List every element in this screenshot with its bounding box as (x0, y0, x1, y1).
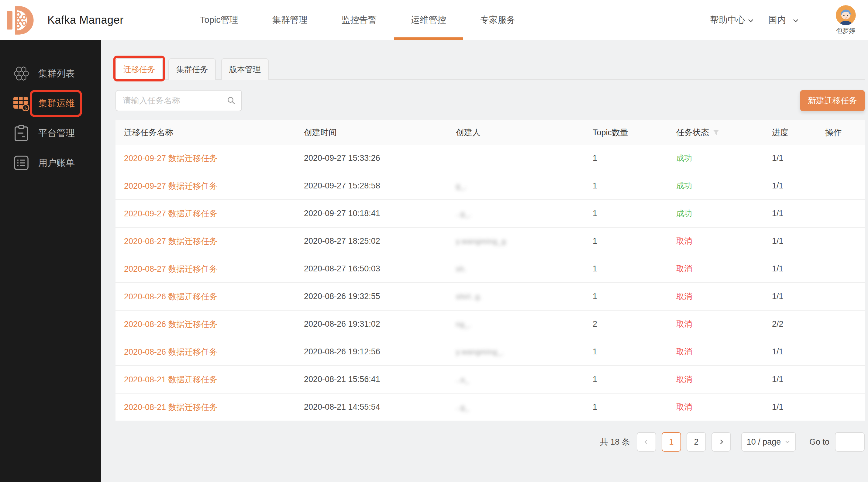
creator-redacted: y.wangming_. (456, 348, 504, 356)
creator-redacted: ..a_ (456, 375, 469, 384)
tab-migration-tasks[interactable]: 迁移任务 (116, 58, 163, 80)
status-badge: 成功 (676, 209, 692, 218)
main-content: 迁移任务 集群任务 版本管理 新建迁移任务 迁移任务名称 创建时间 创建人 To… (101, 40, 868, 482)
topic-count: 2 (593, 319, 676, 329)
svg-text:$: $ (24, 105, 27, 110)
created-time: 2020-08-26 19:31:02 (304, 319, 456, 329)
table-body: 2020-09-27 数据迁移任务 2020-09-27 15:33:26 1 … (116, 144, 865, 421)
created-time: 2020-09-27 15:28:58 (304, 181, 456, 191)
chevron-down-icon (747, 17, 754, 24)
progress-value: 1/1 (772, 403, 825, 412)
created-time: 2020-09-27 15:33:26 (304, 154, 456, 163)
progress-value: 1/1 (772, 154, 825, 163)
task-name-link[interactable]: 2020-08-21 数据迁移任务 (124, 375, 218, 384)
status-badge: 取消 (676, 403, 692, 412)
user-block[interactable]: 包梦婷 (836, 5, 856, 35)
chevron-down-icon (784, 439, 790, 445)
col-header-creator: 创建人 (456, 127, 593, 138)
help-center-dropdown[interactable]: 帮助中心 (710, 14, 754, 26)
task-name-link[interactable]: 2020-08-21 数据迁移任务 (124, 403, 218, 412)
nav-monitoring-alerts[interactable]: 监控告警 (324, 0, 394, 40)
col-header-progress: 进度 (772, 127, 825, 138)
toolbar: 新建迁移任务 (116, 90, 865, 111)
tab-bar: 迁移任务 集群任务 版本管理 (116, 58, 865, 80)
top-nav: Topic管理 集群管理 监控告警 运维管控 专家服务 (183, 0, 532, 40)
goto-page-input[interactable] (835, 432, 865, 452)
billing-table-icon: $ (13, 95, 30, 112)
page-size-select[interactable]: 10 / page (741, 432, 796, 452)
clipboard-icon (13, 125, 30, 141)
creator-redacted: ..g_ (456, 403, 469, 412)
table-row: 2020-08-26 数据迁移任务 2020-08-26 19:31:02 ng… (116, 311, 865, 338)
pagination-next-button[interactable] (711, 432, 731, 452)
filter-funnel-icon[interactable] (713, 129, 719, 135)
nav-expert-service[interactable]: 专家服务 (463, 0, 532, 40)
col-header-actions: 操作 (825, 127, 865, 138)
progress-value: 1/1 (772, 236, 825, 246)
pagination: 共 18 条 1 2 10 / page Go to (116, 432, 865, 452)
table-row: 2020-08-21 数据迁移任务 2020-08-21 14:55:54 ..… (116, 393, 865, 421)
topic-count: 1 (593, 403, 676, 412)
goto-label: Go to (809, 437, 829, 447)
creator-redacted: shirl..g. (456, 292, 482, 301)
pagination-total: 共 18 条 (600, 437, 630, 447)
avatar[interactable] (836, 5, 856, 25)
topic-count: 1 (593, 181, 676, 191)
search-input[interactable] (116, 90, 242, 111)
table-row: 2020-08-27 数据迁移任务 2020-08-27 16:50:03 sh… (116, 255, 865, 283)
task-name-link[interactable]: 2020-09-27 数据迁移任务 (124, 182, 218, 191)
topic-count: 1 (593, 154, 676, 163)
tab-version-management[interactable]: 版本管理 (221, 58, 269, 80)
task-name-link[interactable]: 2020-08-26 数据迁移任务 (124, 292, 218, 301)
table-row: 2020-08-26 数据迁移任务 2020-08-26 19:12:56 y.… (116, 338, 865, 366)
created-time: 2020-09-27 10:18:41 (304, 209, 456, 218)
sidebar: 集群列表 $ 集群运维 (0, 40, 101, 482)
user-name: 包梦婷 (836, 26, 856, 35)
sidebar-item-platform-management[interactable]: 平台管理 (0, 118, 101, 148)
sidebar-item-cluster-ops[interactable]: $ 集群运维 (0, 89, 101, 118)
status-badge: 取消 (676, 319, 692, 328)
status-badge: 取消 (676, 236, 692, 246)
nav-cluster-management[interactable]: 集群管理 (255, 0, 324, 40)
progress-value: 1/1 (772, 264, 825, 274)
nav-topic-management[interactable]: Topic管理 (183, 0, 255, 40)
pagination-page-2[interactable]: 2 (687, 432, 706, 452)
table-row: 2020-08-26 数据迁移任务 2020-08-26 19:32:55 sh… (116, 283, 865, 311)
nav-ops-control[interactable]: 运维管控 (394, 0, 463, 40)
chevron-left-icon (643, 439, 649, 445)
task-name-link[interactable]: 2020-08-27 数据迁移任务 (124, 237, 218, 246)
migration-task-table: 迁移任务名称 创建时间 创建人 Topic数量 任务状态 进度 操作 2020-… (116, 120, 865, 421)
created-time: 2020-08-26 19:32:55 (304, 292, 456, 301)
task-name-link[interactable]: 2020-08-27 数据迁移任务 (124, 264, 218, 274)
table-row: 2020-08-21 数据迁移任务 2020-08-21 15:56:41 ..… (116, 366, 865, 393)
table-header: 迁移任务名称 创建时间 创建人 Topic数量 任务状态 进度 操作 (116, 120, 865, 144)
honeycomb-icon (13, 65, 30, 82)
pagination-prev-button[interactable] (637, 432, 656, 452)
creator-redacted: y.wangming_g (456, 237, 506, 246)
created-time: 2020-08-27 18:25:02 (304, 236, 456, 246)
status-badge: 成功 (676, 154, 692, 163)
table-row: 2020-09-27 数据迁移任务 2020-09-27 15:28:58 g_… (116, 172, 865, 200)
progress-value: 1/1 (772, 347, 825, 356)
task-name-link[interactable]: 2020-08-26 数据迁移任务 (124, 320, 218, 329)
create-migration-task-button[interactable]: 新建迁移任务 (800, 90, 865, 111)
chevron-down-icon (792, 17, 799, 24)
progress-value: 1/1 (772, 292, 825, 301)
task-name-link[interactable]: 2020-09-27 数据迁移任务 (124, 209, 218, 218)
tab-cluster-tasks[interactable]: 集群任务 (168, 58, 216, 80)
topic-count: 1 (593, 236, 676, 246)
progress-value: 1/1 (772, 181, 825, 191)
sidebar-item-cluster-list[interactable]: 集群列表 (0, 59, 101, 89)
status-badge: 取消 (676, 264, 692, 273)
task-name-link[interactable]: 2020-08-26 数据迁移任务 (124, 347, 218, 356)
task-name-link[interactable]: 2020-09-27 数据迁移任务 (124, 154, 218, 163)
region-dropdown[interactable]: 国内 (768, 14, 799, 26)
task-search (116, 90, 242, 111)
topic-count: 1 (593, 347, 676, 356)
progress-value: 2/2 (772, 319, 825, 329)
search-icon[interactable] (227, 96, 236, 105)
chevron-right-icon (718, 439, 724, 445)
sidebar-item-user-billing[interactable]: 用户账单 (0, 148, 101, 178)
pagination-page-1[interactable]: 1 (662, 432, 681, 452)
created-time: 2020-08-21 14:55:54 (304, 403, 456, 412)
